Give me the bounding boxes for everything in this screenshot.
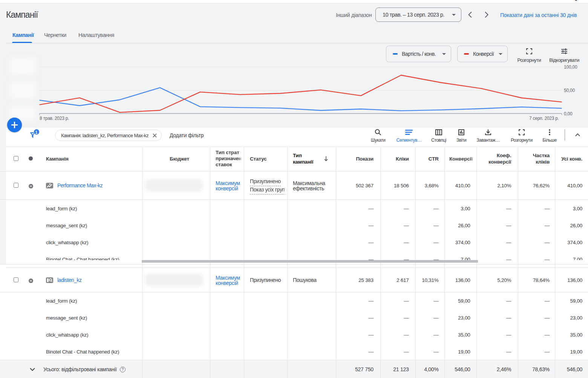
segment-metric-value: 374,00	[455, 239, 470, 245]
totals-collapse-chevron[interactable]	[29, 367, 35, 372]
totals-metric-value: 78,63%	[532, 366, 550, 372]
metric-value: 2 617	[397, 277, 409, 283]
segment-metric-value: 19,00	[570, 349, 582, 354]
row-checkbox[interactable]	[14, 277, 18, 282]
series-red-dash-icon	[464, 53, 469, 55]
header-conv-rate[interactable]: Коеф.конверсії	[488, 152, 511, 165]
prev-range-button[interactable]	[466, 10, 475, 19]
tab-settings[interactable]: Налаштування	[78, 32, 114, 38]
tab-drafts[interactable]: Чернетки	[44, 32, 66, 38]
header-campaign-type[interactable]: Типкампанії	[293, 152, 313, 165]
show-last-30-days-link[interactable]: Показати дані за останні 30 днів	[500, 12, 577, 18]
x-axis-label-end: 7 серп. 2023 р.	[529, 116, 559, 121]
segment-metric-value: —	[404, 256, 409, 260]
dropdown-arrow-icon	[442, 53, 446, 55]
header-ctr[interactable]: CTR	[428, 156, 438, 162]
metric-value: 5,20%	[497, 277, 511, 283]
totals-label: Усього: відфільтровані кампанії	[43, 366, 117, 372]
chart-adjust-button[interactable]: Відкоригувати	[547, 47, 581, 63]
help-icon[interactable]: ?	[120, 367, 126, 372]
segment-label: message_sent (kz)	[46, 315, 87, 320]
tab-campaigns[interactable]: Кампанії	[12, 32, 34, 38]
horizontal-scrollbar[interactable]	[142, 260, 478, 263]
segment-metric-value: —	[433, 239, 438, 245]
y-axis-label-0: 0,00	[564, 111, 573, 116]
campaign-link-performance-max-kz[interactable]: Performance Max-kz	[57, 182, 103, 188]
toolbar-more-button[interactable]: Більше	[533, 128, 567, 143]
header-status[interactable]: Статус	[250, 156, 266, 162]
collapse-table-chevron[interactable]	[575, 133, 580, 137]
top-edge-artifact	[575, 0, 578, 1]
metric-value: 2,10%	[497, 183, 511, 188]
segment-metric-value: —	[369, 332, 374, 337]
toolbar-segment-button[interactable]: Сегментув…	[392, 128, 426, 143]
metric-value: 25 383	[358, 277, 374, 283]
bid-strategy-link[interactable]: Максимумконверсій	[216, 181, 240, 191]
metric-value: 76,62%	[533, 183, 550, 188]
segment-metric-value: —	[545, 315, 550, 320]
header-click-share[interactable]: Часткакліків	[533, 152, 550, 165]
segment-metric-value: —	[404, 349, 409, 354]
campaign-link-ladisten-kz[interactable]: ladisten_kz	[57, 277, 82, 283]
row-checkbox[interactable]	[14, 183, 18, 188]
segment-metric-value: —	[404, 205, 409, 211]
header-impressions[interactable]: Покази	[356, 156, 374, 162]
toolbar-search-button[interactable]: Шукати	[361, 128, 395, 143]
totals-metric-value: 527 750	[355, 366, 374, 372]
totals-metric-value: 546,00	[455, 366, 470, 372]
other-range-label: Інший діапазон	[336, 12, 372, 18]
bid-strategy-link[interactable]: Максимумконверсій	[216, 275, 240, 286]
metric-value: 10,31%	[422, 277, 438, 283]
segment-metric-value: —	[506, 298, 511, 303]
add-campaign-fab[interactable]	[7, 118, 22, 132]
header-conversions[interactable]: Конверсії	[449, 156, 475, 162]
dropdown-arrow-icon	[499, 53, 502, 55]
add-filter-button[interactable]: Додати фільтр	[170, 132, 204, 138]
segment-metric-value: —	[369, 256, 374, 260]
segment-metric-value: —	[506, 315, 511, 320]
row-border	[6, 268, 588, 268]
next-range-button[interactable]	[482, 10, 491, 19]
metric-selector-1-label: Вартість / конв.	[402, 51, 437, 57]
paused-status-icon[interactable]	[29, 183, 33, 188]
select-all-checkbox[interactable]	[14, 156, 18, 161]
segment-metric-value: —	[404, 315, 409, 320]
filter-chip[interactable]: Кампанія: ladisten_kz, Performance Max-k…	[55, 130, 162, 141]
header-bid-strategy[interactable]: Тип стратпризначенставок	[216, 150, 243, 168]
totals-metric-value: 2,46%	[497, 366, 511, 372]
toolbar-download-button[interactable]: Завантаж…	[471, 128, 505, 143]
metric-value: 136,00	[567, 277, 582, 283]
metric-selector-2[interactable]: Конверсії	[457, 46, 508, 62]
segment-metric-value: —	[404, 222, 409, 228]
status-dot-header-icon[interactable]	[29, 156, 33, 161]
header-campaign[interactable]: Кампанія	[46, 156, 69, 162]
header-all-conv[interactable]: Усі конв.	[561, 156, 582, 162]
x-axis-label-start: 8 трав. 2023 р.	[40, 116, 69, 121]
segment-label: message_sent (kz)	[46, 222, 87, 228]
segment-metric-value: 59,00	[458, 298, 470, 303]
metric-value: 18 506	[394, 183, 409, 188]
metric-value: 78,64%	[533, 277, 550, 283]
segment-metric-value: —	[433, 315, 438, 320]
segment-metric-value: —	[545, 298, 550, 303]
segment-metric-value: —	[369, 239, 374, 245]
tabs-bottom-border	[6, 43, 588, 43]
metric-selector-1[interactable]: Вартість / конв.	[386, 46, 451, 62]
chart-expand-button[interactable]: Розгорнути	[512, 47, 546, 63]
sort-desc-icon	[323, 156, 329, 162]
chip-close-icon[interactable]	[152, 133, 157, 138]
performance-max-icon	[46, 183, 53, 188]
status-cell[interactable]: ПризупиненоПоказ усіх груп о	[250, 178, 287, 194]
segment-metric-value: —	[545, 205, 550, 211]
filter-count-badge: 1	[34, 129, 40, 135]
redacted-budget	[145, 274, 203, 286]
date-range-picker[interactable]: 10 трав. – 13 серп. 2023 р.	[375, 8, 461, 22]
header-clicks[interactable]: Кліки	[396, 156, 409, 162]
paused-status-icon[interactable]	[29, 278, 33, 282]
header-budget[interactable]: Бюджет	[170, 156, 189, 162]
segment-label: Binotel Chat - Chat happened (kz)	[46, 256, 119, 260]
segment-metric-value: —	[369, 298, 374, 303]
segment-label: click_whatsapp (kz)	[46, 239, 88, 245]
segment-metric-value: 23,00	[570, 315, 582, 320]
metric-value: 410,00	[567, 183, 582, 188]
